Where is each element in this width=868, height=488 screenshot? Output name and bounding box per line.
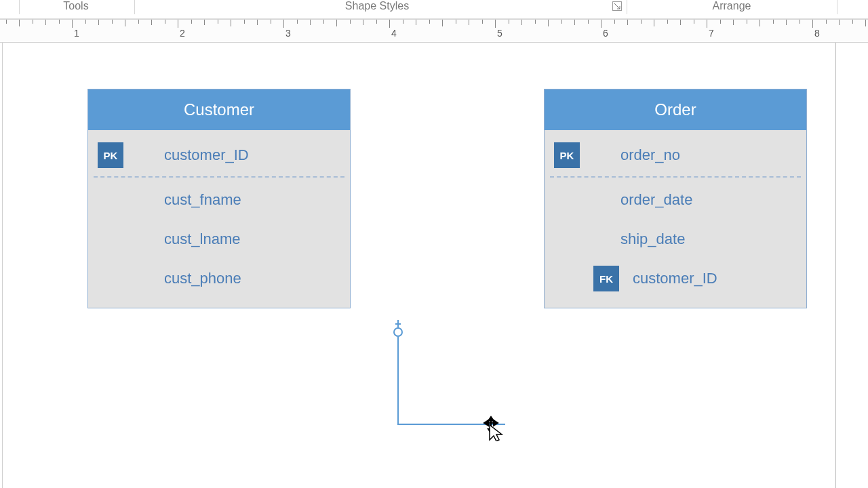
ruler-label: 1 <box>74 28 79 39</box>
ribbon-group-shape-styles[interactable]: Shape Styles <box>345 0 409 12</box>
field-name: order_no <box>620 146 680 164</box>
entity-customer[interactable]: Customer PK customer_ID cust_fname cust_… <box>87 89 351 308</box>
table-row[interactable]: order_date <box>545 180 806 220</box>
field-name: cust_lname <box>164 230 241 248</box>
table-row[interactable]: FK customer_ID <box>545 259 806 298</box>
key-separator <box>94 176 344 178</box>
ruler-label: 3 <box>285 28 291 39</box>
table-row[interactable]: PK order_no <box>545 136 806 175</box>
table-row[interactable]: cust_phone <box>88 259 350 298</box>
field-name: ship_date <box>620 230 685 248</box>
entity-order-body: PK order_no order_date ship_date FK cust… <box>545 130 806 308</box>
ruler-label: 7 <box>709 28 714 39</box>
ruler-label: 2 <box>180 28 185 39</box>
relationship-connector[interactable] <box>390 317 509 429</box>
table-row[interactable]: cust_fname <box>88 180 350 220</box>
canvas-left-edge <box>0 43 3 488</box>
ribbon-group-tools[interactable]: Tools <box>63 0 88 12</box>
pk-badge: PK <box>98 142 123 168</box>
entity-order-title: Order <box>545 89 806 130</box>
field-name: cust_phone <box>164 270 241 287</box>
field-name: customer_ID <box>633 270 717 287</box>
fk-badge: FK <box>593 266 619 291</box>
ruler-label: 5 <box>497 28 502 39</box>
move-cursor-icon <box>480 414 507 444</box>
drawing-canvas[interactable]: Customer PK customer_ID cust_fname cust_… <box>0 43 868 488</box>
ribbon-group-labels: Tools Shape Styles Arrange <box>0 0 868 19</box>
field-name: order_date <box>620 191 692 209</box>
ruler-label: 6 <box>603 28 608 39</box>
entity-customer-body: PK customer_ID cust_fname cust_lname cus… <box>88 130 350 308</box>
table-row[interactable]: ship_date <box>545 220 806 259</box>
entity-customer-title: Customer <box>88 89 350 130</box>
field-name: cust_fname <box>164 191 241 209</box>
entity-order[interactable]: Order PK order_no order_date ship_date F… <box>544 89 807 308</box>
table-row[interactable]: PK customer_ID <box>88 136 350 175</box>
table-row[interactable]: cust_lname <box>88 220 350 259</box>
svg-point-0 <box>394 328 402 336</box>
ruler-label: 8 <box>814 28 820 39</box>
page-right-edge <box>835 43 836 488</box>
ruler-label: 4 <box>391 28 397 39</box>
field-name: customer_ID <box>164 146 249 164</box>
dialog-launcher-icon[interactable] <box>612 1 622 11</box>
pk-badge: PK <box>554 142 580 168</box>
ribbon-group-arrange[interactable]: Arrange <box>713 0 751 12</box>
key-separator <box>550 176 801 178</box>
horizontal-ruler[interactable]: 12345678 <box>0 19 868 43</box>
